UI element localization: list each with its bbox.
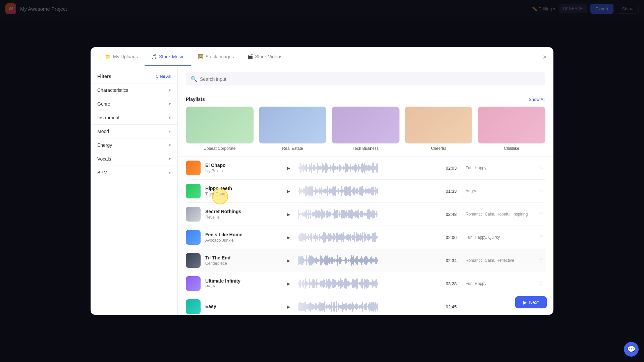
filter-energy[interactable]: Energy ▾ xyxy=(91,138,177,152)
chat-bubble[interactable]: 💬 xyxy=(624,342,639,357)
track-thumbnail xyxy=(186,299,201,314)
filter-genre[interactable]: Genre ▾ xyxy=(91,97,177,111)
filters-title: Filters xyxy=(97,74,111,79)
modal-tab-bar: 📁 My Uploads 🎵 Stock Music 🖼️ Stock Imag… xyxy=(91,47,553,67)
waveform xyxy=(298,278,441,290)
favorite-button[interactable]: ♡ xyxy=(537,210,545,218)
playlist-real-estate[interactable]: Real Estate xyxy=(259,107,327,151)
waveform xyxy=(298,162,441,174)
images-icon: 🖼️ xyxy=(198,54,203,59)
modal-close-button[interactable]: × xyxy=(543,54,547,60)
filters-sidebar: Filters Clear All Characteristics ▾ Genr… xyxy=(91,67,178,315)
next-button[interactable]: ▶ Next xyxy=(515,296,547,308)
chevron-down-icon: ▾ xyxy=(169,115,171,120)
playlists-header: Playlists Show All xyxy=(186,97,545,102)
show-all-button[interactable]: Show All xyxy=(529,97,545,102)
waveform xyxy=(298,231,441,243)
play-button[interactable]: ▶ xyxy=(284,279,293,288)
track-info: Easy xyxy=(205,304,279,310)
table-row: Ultimate Infinity PALA ▶ 03:28 Fun, Happ… xyxy=(186,272,545,295)
track-thumbnail xyxy=(186,276,201,291)
next-icon: ▶ xyxy=(523,300,527,305)
tab-stock-music[interactable]: 🎵 Stock Music xyxy=(145,48,191,66)
filter-vocals[interactable]: Vocals ▾ xyxy=(91,152,177,166)
filter-bpm[interactable]: BPM ▾ xyxy=(91,166,177,179)
favorite-button[interactable]: ♡ xyxy=(537,233,545,241)
track-info: Til The End Centerpiece xyxy=(205,255,279,266)
table-row: Feels Like Home Avocado Junkie ▶ 02:06 F… xyxy=(186,226,545,249)
playlists-section: Playlists Show All Upbeat Corporate Real… xyxy=(178,91,553,157)
chevron-down-icon: ▾ xyxy=(169,88,171,93)
track-thumbnail xyxy=(186,161,201,175)
table-row: Hippo Teeth Tiger Gang ▶ 01:33 Angry ♡ xyxy=(186,180,545,203)
track-info: Ultimate Infinity PALA xyxy=(205,278,279,289)
playlist-thumbnail xyxy=(478,107,545,143)
track-thumbnail xyxy=(186,184,201,198)
filter-instrument[interactable]: Instrument ▾ xyxy=(91,111,177,124)
table-row: El Chapo Ivy Bakes ▶ 02:03 Fun, Happy ♡ xyxy=(186,157,545,180)
playlist-thumbnail xyxy=(259,107,327,143)
waveform xyxy=(298,208,441,220)
table-row: Secret Nothings Reveille ▶ 02:48 Romanti… xyxy=(186,203,545,226)
tab-stock-images[interactable]: 🖼️ Stock Images xyxy=(191,48,240,66)
table-row: Til The End Centerpiece ▶ 02:34 Romantic… xyxy=(186,249,545,272)
modal-overlay: 📁 My Uploads 🎵 Stock Music 🖼️ Stock Imag… xyxy=(0,0,644,362)
playlist-cheerful[interactable]: Cheerful xyxy=(405,107,473,151)
tab-stock-videos[interactable]: 🎬 Stock Videos xyxy=(240,48,289,66)
modal-body: Filters Clear All Characteristics ▾ Genr… xyxy=(91,67,553,315)
search-icon: 🔍 xyxy=(191,76,197,82)
waveform xyxy=(298,301,441,313)
track-thumbnail xyxy=(186,253,201,268)
track-thumbnail xyxy=(186,230,201,245)
chevron-down-icon: ▾ xyxy=(169,143,171,147)
waveform xyxy=(298,254,441,266)
playlist-tech-business[interactable]: Tech Business xyxy=(332,107,399,151)
play-button[interactable]: ▶ xyxy=(284,233,293,242)
table-row: Easy ▶ 02:45 ♡ xyxy=(186,295,545,315)
track-info: Hippo Teeth Tiger Gang xyxy=(205,186,279,196)
playlist-upbeat-corporate[interactable]: Upbeat Corporate xyxy=(186,107,254,151)
favorite-button[interactable]: ♡ xyxy=(537,164,545,172)
videos-icon: 🎬 xyxy=(247,54,253,59)
playlist-thumbnail xyxy=(405,107,473,143)
track-info: El Chapo Ivy Bakes xyxy=(205,163,279,173)
clear-all-button[interactable]: Clear All xyxy=(156,74,171,79)
filter-characteristics[interactable]: Characteristics ▾ xyxy=(91,83,177,97)
waveform xyxy=(298,185,441,197)
play-button[interactable]: ▶ xyxy=(284,186,293,196)
chevron-down-icon: ▾ xyxy=(169,157,171,161)
playlist-childlike[interactable]: Childlike xyxy=(478,107,545,151)
search-input-wrap: 🔍 xyxy=(186,72,545,85)
play-button[interactable]: ▶ xyxy=(284,163,293,173)
tab-my-uploads[interactable]: 📁 My Uploads xyxy=(99,48,145,66)
track-info: Feels Like Home Avocado Junkie xyxy=(205,232,279,243)
uploads-icon: 📁 xyxy=(105,54,111,59)
filter-mood[interactable]: Mood ▾ xyxy=(91,124,177,138)
playlists-title: Playlists xyxy=(186,97,205,102)
chevron-down-icon: ▾ xyxy=(169,102,171,106)
filters-header: Filters Clear All xyxy=(91,72,177,83)
chevron-down-icon: ▾ xyxy=(169,170,171,175)
playlists-grid: Upbeat Corporate Real Estate Tech Busine… xyxy=(186,107,545,151)
play-button[interactable]: ▶ xyxy=(284,302,293,311)
playlist-thumbnail xyxy=(332,107,399,143)
track-info: Secret Nothings Reveille xyxy=(205,209,279,220)
main-content: 🔍 Playlists Show All Upbeat Corporate xyxy=(178,67,553,315)
track-thumbnail xyxy=(186,207,201,222)
play-button[interactable]: ▶ xyxy=(284,209,293,219)
playlist-thumbnail xyxy=(186,107,254,143)
favorite-button[interactable]: ♡ xyxy=(537,187,545,195)
search-input[interactable] xyxy=(200,76,541,82)
track-list: El Chapo Ivy Bakes ▶ 02:03 Fun, Happy ♡ … xyxy=(178,157,553,315)
favorite-button[interactable]: ♡ xyxy=(537,256,545,264)
favorite-button[interactable]: ♡ xyxy=(537,280,545,288)
music-icon: 🎵 xyxy=(151,54,157,59)
stock-music-modal: 📁 My Uploads 🎵 Stock Music 🖼️ Stock Imag… xyxy=(91,47,553,315)
play-button[interactable]: ▶ xyxy=(284,256,293,265)
search-bar: 🔍 xyxy=(178,67,553,91)
chevron-down-icon: ▾ xyxy=(169,129,171,134)
